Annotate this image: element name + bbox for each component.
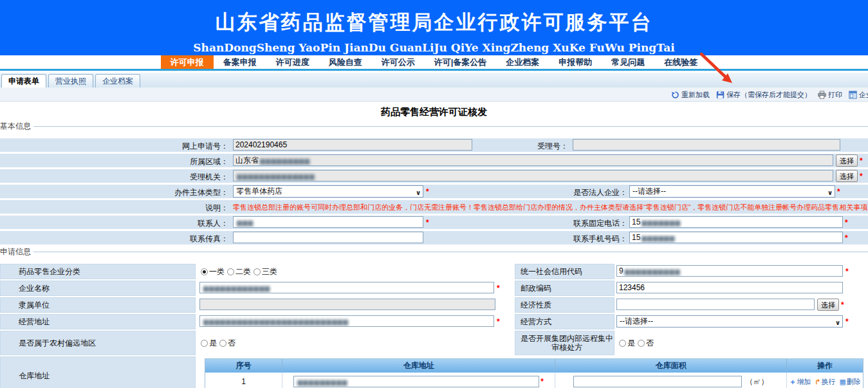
tab-enterprise-archive[interactable]: 企业档案 [95,74,140,88]
table-row: 1 ▆▆▆▆▆▆▆▆▆ * （㎡） ＋增加 [205,373,863,388]
required-mark: * [845,234,848,243]
row-note: 说明： 零售连锁总部注册的账号可同时办理总部和门店的业务，门店无需注册账号！零售… [0,200,868,214]
row-region: 所属区域： 山东省 ▆▆▆▆▆▆▆▆▆ 选择 * [0,154,868,167]
field-label: 是否法人企业： [573,187,627,198]
radio-rural-no[interactable] [219,340,226,347]
warehouse-table: 序号 仓库地址 仓库面积 操作 1 ▆▆▆▆▆▆▆▆▆ * [205,358,863,388]
row-contact: 联系人： ▆▆▆ * 联系固定电话： 15 ▆▆▆▆▆▆▆ * [0,216,868,229]
econ-nature-choose-button[interactable]: 选择 [817,299,839,311]
field-label: 邮政编码 [515,281,614,296]
tab-application-form[interactable]: 申请表单 [1,74,46,88]
app-subtitle: ShanDongSheng YaoPin JianDu GuanLiJu QiY… [0,41,868,54]
nav-item-faq[interactable]: 常见问题 [602,55,654,69]
row-apply-no: 网上申请号： 受理号： [0,138,868,152]
business-mode-select[interactable]: --请选择-- ∨ [616,315,843,328]
radio-class-3[interactable] [254,268,261,275]
masked-value: ▆▆▆▆▆▆▆▆▆ [297,378,347,385]
required-mark: * [837,187,840,196]
accept-no-input[interactable] [573,139,840,151]
swap-row-button[interactable]: ↱换行 [815,377,835,387]
masked-value: ▆▆▆ [237,219,254,226]
nav-item-declare-help[interactable]: 申报帮助 [549,55,602,69]
nav-item-license-declare[interactable]: 许可申报 [161,55,214,69]
radio-group-review-yes[interactable] [619,340,626,347]
section-legend-apply: 申请信息 [0,246,33,257]
tel-input[interactable]: 15 ▆▆▆▆▆▆▆ [629,216,843,228]
area-unit: （㎡） [746,376,769,387]
row-fax: 联系传真： 联系手机号码： 15 ▆▆▆▆▆▆ * [0,231,868,245]
print-icon [818,91,826,99]
verify-button[interactable]: 企业核验 [849,90,868,100]
save-button[interactable]: 保存（需保存后才能提交） [716,90,811,100]
nav-item-record-declare[interactable]: 备案申报 [214,55,266,69]
radio-group-review-no[interactable] [638,340,645,347]
page-title: 药品零售经营许可证核发 [0,102,868,121]
contact-input[interactable]: ▆▆▆ [233,216,423,228]
reload-icon [671,91,679,99]
nav-item-license-record-notice[interactable]: 许可|备案公告 [425,55,497,69]
nav-item-online-verify[interactable]: 在线验签 [654,55,707,69]
field-label: 统一社会信用代码 [515,264,614,279]
organ-input[interactable]: ▆▆▆▆▆▆▆▆▆▆▆▆▆▆ [233,170,833,181]
affiliation-input[interactable] [199,299,495,310]
warehouse-area-input[interactable] [573,376,742,387]
organ-choose-button[interactable]: 选择 [836,170,858,182]
radio-class-1[interactable] [201,268,208,275]
required-mark: * [540,377,544,386]
postcode-input[interactable] [616,282,843,293]
delete-grid-icon: ▦ [839,378,845,386]
row-warehouse: 仓库地址 序号 仓库地址 仓库面积 操作 1 ▆▆▆▆▆▆▆▆▆ [0,356,868,388]
section-legend-basic: 基本信息 [0,121,33,132]
tab-strip: 申请表单 营业执照 企业档案 [0,73,868,88]
masked-value: ▆▆▆▆▆▆ [642,234,675,241]
subject-type-select[interactable]: 零售单体药店 ∨ [233,185,423,198]
masked-value: ▆▆▆▆▆▆▆ [642,219,681,226]
save-icon [716,91,725,99]
nav-item-license-publicity[interactable]: 许可公示 [372,55,425,69]
address-input[interactable]: ▆▆▆▆▆▆▆▆▆▆▆▆▆▆▆▆▆▆▆▆▆▆▆▆▆▆ [199,315,494,327]
masked-value: ▆▆▆▆▆▆▆▆▆▆ [625,268,681,275]
econ-nature-input[interactable] [616,299,815,310]
row-rural-group: 是否属于农村偏远地区 是否 是否开展集团内部远程集中 审核处方 是否 [0,331,868,355]
required-mark: * [845,267,849,276]
form-area: 药品零售经营许可证核发 基本信息 网上申请号： 受理号： 所属区域： 山东省 ▆… [0,102,868,388]
add-row-button[interactable]: ＋增加 [789,377,811,387]
row-index: 1 [205,373,282,388]
app-window: 山东省药品监督管理局企业行政许可服务平台 ShanDongSheng YaoPi… [0,0,868,388]
field-label: 网上申请号： [182,141,228,152]
app-title: 山东省药品监督管理局企业行政许可服务平台 [0,0,868,36]
radio-rural-yes[interactable] [201,340,208,347]
chevron-down-icon: ∨ [835,317,840,328]
note-text: 零售连锁总部注册的账号可同时办理总部和门店的业务，门店无需注册账号！零售连锁总部… [233,203,868,212]
region-choose-button[interactable]: 选择 [836,154,858,167]
apply-no-input[interactable] [233,139,472,151]
required-mark: * [845,317,849,326]
company-name-input[interactable]: ▆▆▆▆▆▆▆▆▆▆▆▆ [199,282,494,293]
is-legal-select[interactable]: --请选择-- ∨ [629,185,835,198]
row-retail-class: 药品零售企业分类 一类二类三类 统一社会信用代码 9 ▆▆▆▆▆▆▆▆▆▆ * [0,264,868,279]
required-mark: * [845,218,848,227]
fax-input[interactable] [233,232,423,243]
nav-item-risk-selfcheck[interactable]: 风险自查 [319,55,372,69]
radio-class-2[interactable] [227,268,234,275]
nav-item-enterprise-archive[interactable]: 企业档案 [496,55,549,69]
field-label: 所属区域： [190,156,228,167]
reload-button[interactable]: 重新加载 [671,90,710,100]
required-mark: * [841,300,844,309]
field-label: 说明： [205,203,228,214]
main-nav: 许可申报 备案申报 许可进度 风险自查 许可公示 许可|备案公告 企业档案 申报… [0,55,868,71]
required-mark: * [426,187,429,196]
print-button[interactable]: 打印 [818,90,842,100]
chevron-down-icon: ∨ [416,187,421,198]
mobile-input[interactable]: 15 ▆▆▆▆▆▆ [629,232,843,243]
nav-item-license-progress[interactable]: 许可进度 [266,55,319,69]
warehouse-address-input[interactable]: ▆▆▆▆▆▆▆▆▆ [293,376,539,387]
field-label: 联系传真： [190,234,228,245]
region-input[interactable]: 山东省 ▆▆▆▆▆▆▆▆▆ [233,154,833,166]
field-label: 隶属单位 [0,297,196,313]
tab-business-license[interactable]: 营业执照 [48,74,93,88]
credit-code-input[interactable]: 9 ▆▆▆▆▆▆▆▆▆▆ [616,265,843,277]
required-mark: * [860,172,863,181]
masked-value: ▆▆▆▆▆▆▆▆▆ [260,157,310,164]
delete-row-button[interactable]: ▦删除 [839,377,860,387]
